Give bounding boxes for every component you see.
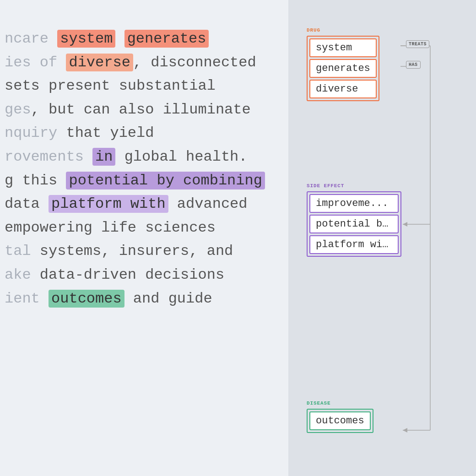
- treats-label: TREATS: [406, 40, 429, 48]
- text-faded: rovements: [5, 148, 92, 165]
- text-line-2: ies of diverse, disconnected: [0, 51, 279, 74]
- drug-group: DRUG system generates diverse: [307, 27, 379, 101]
- svg-marker-5: [403, 222, 407, 227]
- text-line-4: ges, but can also illuminate: [0, 98, 279, 121]
- side-effect-group: SIDE EFFECT improveme... potential by...…: [307, 183, 401, 257]
- drug-label: DRUG: [307, 27, 379, 33]
- text-line-7: g this potential by combining: [0, 169, 279, 192]
- text-faded: ges: [5, 101, 31, 118]
- text-line-10: tal systems, insurers, and: [0, 240, 279, 263]
- text-line-11: ake data-driven decisions: [0, 264, 279, 287]
- entity-potential-by-combining: potential by combining: [66, 172, 265, 189]
- disease-group: DISEASE outcomes: [307, 400, 373, 433]
- text-faded: ncare: [5, 30, 57, 47]
- drug-item-diverse: diverse: [309, 80, 377, 98]
- disease-box-container: outcomes: [307, 409, 373, 433]
- side-effect-item-2: potential by...: [309, 215, 399, 233]
- entity-generates: generates: [124, 30, 209, 48]
- text-faded: tal: [5, 243, 40, 260]
- side-effect-item-1: improveme...: [309, 194, 399, 213]
- svg-marker-8: [403, 428, 407, 433]
- text-line-3: sets present substantial: [0, 75, 279, 97]
- has-label: HAS: [406, 61, 421, 69]
- right-panel: DRUG system generates diverse TREATS HAS…: [288, 0, 476, 476]
- text-line-9: empowering life sciences: [0, 216, 279, 239]
- disease-item-outcomes: outcomes: [309, 411, 371, 430]
- side-effect-item-3: platform wi...: [309, 235, 399, 254]
- entity-diverse: diverse: [66, 54, 133, 71]
- text-faded: ient: [5, 290, 49, 307]
- text-line-6: rovements in global health.: [0, 146, 279, 168]
- side-effect-label: SIDE EFFECT: [307, 183, 401, 189]
- entity-platform-with: platform with: [49, 195, 168, 213]
- text-line-5: nquiry that yield: [0, 122, 279, 145]
- text-faded: nquiry: [5, 124, 66, 141]
- entity-system: system: [57, 30, 115, 48]
- left-panel: ncare system generates ies of diverse, d…: [0, 0, 288, 476]
- drug-box-container: system generates diverse: [307, 36, 379, 101]
- text-line-8: data platform with advanced: [0, 193, 279, 216]
- text-line-12: ient outcomes and guide: [0, 287, 279, 310]
- side-effect-box-container: improveme... potential by... platform wi…: [307, 191, 401, 257]
- text-faded: ake: [5, 266, 40, 283]
- entity-outcomes: outcomes: [49, 290, 124, 308]
- drug-item-generates: generates: [309, 59, 377, 78]
- drug-item-system: system: [309, 38, 377, 57]
- disease-label: DISEASE: [307, 400, 373, 406]
- text-faded: ies of: [5, 54, 66, 71]
- text-line-1: ncare system generates: [0, 27, 279, 50]
- entity-in: in: [92, 148, 115, 166]
